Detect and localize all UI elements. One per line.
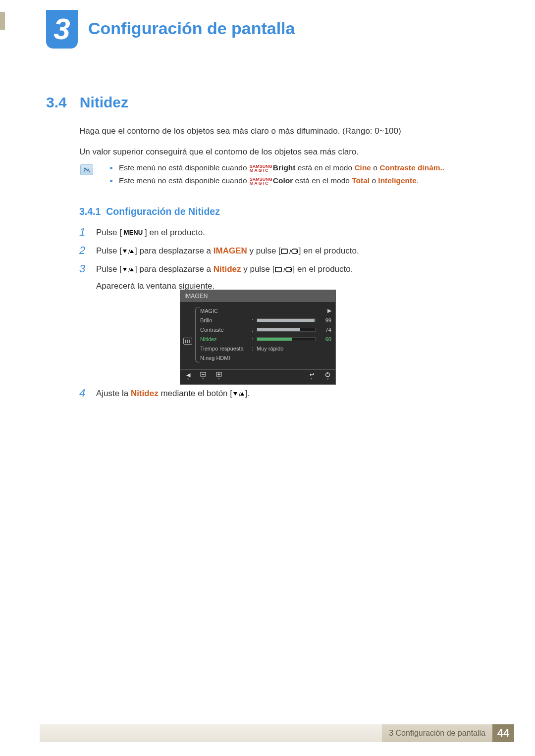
svg-text:/: / [128,249,130,255]
osd-row-nneg: N.neg HDMI [200,353,331,362]
subsection-title: Configuración de Nitidez [106,206,220,217]
intro-p1: Haga que el contorno de los objetos sea … [79,125,466,138]
osd-title: IMAGEN [180,290,335,302]
chapter-title: Configuración de pantalla [88,19,295,38]
svg-marker-4 [130,250,134,253]
osd-minus-icon: ▾ [200,372,206,381]
svg-marker-2 [123,250,127,253]
subsection-heading: 3.4.1 Configuración de Nitidez [79,206,220,217]
page-number: 44 [492,724,514,742]
down-up-arrows-icon: / [232,391,245,398]
intro-p2: Un valor superior conseguirá que el cont… [79,146,466,158]
section-heading: 3.4 Nitidez [46,94,128,111]
osd-category-icon [183,338,192,345]
svg-text:MENU: MENU [124,229,143,236]
down-up-arrows-icon: / [122,267,135,273]
svg-rect-12 [275,267,281,272]
osd-row-tiempo: Tiempo respuesta:Muy rápido [200,344,331,353]
note-block: Este menú no está disponible cuando SAMS… [80,163,477,189]
svg-text:/: / [289,248,291,255]
osd-row-contraste: Contraste:74 [200,325,331,334]
svg-text:/: / [128,267,130,273]
svg-marker-25 [240,392,244,396]
chapter-number: 3 [54,14,70,44]
footer-chapter-label: 3 Configuración de pantalla [382,724,492,742]
step-1: 1 Pulse [MENU] en el producto. [79,226,471,239]
step-2: 2 Pulse [/] para desplazarse a IMAGEN y … [79,244,471,257]
note-item-1: Este menú no está disponible cuando SAMS… [110,163,477,172]
osd-footer-icons: ◀▾ ▾ ▾ ▾ ▾ [180,369,335,384]
svg-marker-9 [123,268,127,271]
svg-rect-5 [281,249,287,253]
osd-bracket-decoration [195,307,200,362]
select-source-icon: / [281,248,299,255]
osd-row-brillo: Brillo:99 [200,315,331,325]
section-title: Nitidez [80,94,128,111]
svg-text:/: / [239,391,241,398]
svg-text:/: / [283,266,285,273]
osd-screenshot: IMAGEN MAGIC▶ Brillo:99 Contraste:74 Nit… [180,290,336,385]
arrow-right-icon: ▶ [321,307,331,314]
svg-marker-23 [233,392,237,396]
select-source-icon: / [275,266,293,273]
menu-button-icon: MENU [122,229,145,237]
note-item-2: Este menú no está disponible cuando SAMS… [110,176,477,185]
subsection-number: 3.4.1 [79,206,101,217]
section-number: 3.4 [46,94,67,111]
step-3: 3 Pulse [/] para desplazarse a Nitidez y… [79,262,471,292]
chapter-badge: 3 [46,10,78,49]
samsung-magic-logo: SAMSUNGMAGIC [250,164,272,172]
osd-power-icon: ▾ [325,372,330,381]
osd-row-nitidez: Nitidez:60 [200,334,331,344]
svg-marker-11 [130,268,134,271]
osd-plus-icon: ▾ [216,372,222,381]
intro-block: Haga que el contorno de los objetos sea … [79,125,466,166]
side-tab-decoration [0,12,5,30]
note-icon [80,164,93,175]
down-up-arrows-icon: / [122,249,135,255]
osd-enter-icon: ▾ [308,372,315,381]
osd-back-icon: ◀▾ [186,372,190,381]
osd-row-magic: MAGIC▶ [200,306,331,315]
samsung-magic-logo: SAMSUNGMAGIC [250,177,272,185]
steps-list: 1 Pulse [MENU] en el producto. 2 Pulse [… [79,226,471,298]
step-4: 4 Ajuste la Nitidez mediante el botón [/… [79,387,471,405]
page-footer: 3 Configuración de pantalla 44 [40,724,514,742]
